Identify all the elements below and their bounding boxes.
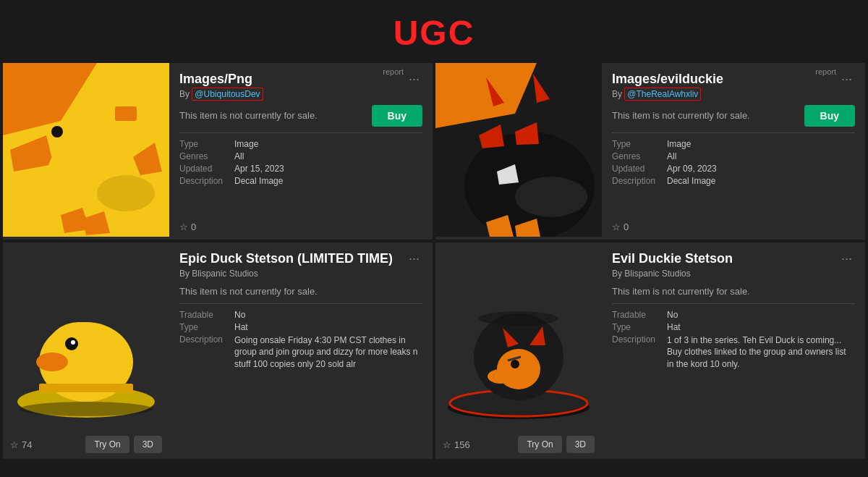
card-4-tryon-button[interactable]: Try On — [518, 436, 561, 453]
card-3-content: Epic Duck Stetson (LIMITED TIME) ··· By … — [169, 242, 433, 459]
card-grid: report Images/Png ··· By @UbiquitousDev … — [0, 63, 868, 462]
star-icon-2: ☆ — [612, 221, 621, 232]
meta-label-type-4: Type — [612, 322, 655, 332]
meta-value-tradable-4: No — [667, 310, 855, 320]
card-3-sale-status: This item is not currently for sale. — [179, 286, 318, 297]
card-1-meta: Type Image Genres All Updated Apr 15, 20… — [179, 139, 422, 186]
meta-label-updated-2: Updated — [612, 164, 655, 174]
svg-point-36 — [488, 369, 514, 384]
card-epic-duck-stetson: ☆ 74 Try On 3D Epic Duck Stetson (LIMITE… — [3, 242, 433, 459]
card-4-image: ☆ 156 Try On 3D — [435, 242, 602, 459]
card-1-menu[interactable]: ··· — [406, 72, 422, 87]
card-1-sale-status: This item is not currently for sale. — [179, 110, 318, 121]
svg-rect-28 — [39, 384, 133, 392]
card-1-title: Images/Png — [179, 72, 252, 88]
report-link-2[interactable]: report — [815, 67, 836, 76]
card-4-title: Evil Duckie Stetson — [612, 251, 733, 267]
card-4-stars[interactable]: ☆ 156 — [443, 439, 470, 450]
card-2-author-name[interactable]: @TheRealAwhxliv — [624, 88, 701, 101]
meta-value-type-4: Hat — [667, 322, 855, 332]
meta-value-desc-1: Decal Image — [234, 176, 422, 186]
star-count-2: 0 — [624, 221, 629, 232]
meta-label-updated-1: Updated — [179, 164, 223, 174]
card-4-content: Evil Duckie Stetson ··· By Blispanic Stu… — [602, 242, 865, 459]
card-1-footer: ☆ 0 — [179, 217, 422, 232]
meta-value-genres-1: All — [234, 151, 422, 161]
card-4-menu[interactable]: ··· — [838, 251, 855, 266]
card-4-header: Evil Duckie Stetson ··· — [612, 251, 855, 267]
card-4-3d-button[interactable]: 3D — [566, 436, 595, 453]
card-3-stars[interactable]: ☆ 74 — [10, 439, 32, 450]
page-title: UGC — [0, 0, 868, 63]
meta-value-updated-1: Apr 15, 2023 — [234, 164, 422, 174]
star-icon-1: ☆ — [179, 221, 188, 232]
svg-rect-7 — [115, 106, 137, 121]
meta-value-desc-3: Going onsale Friday 4:30 PM CST clothes … — [234, 334, 422, 371]
card-1-stars[interactable]: ☆ 0 — [179, 221, 196, 232]
card-4-author-name: Blispanic Studios — [624, 269, 690, 279]
card-3-title: Epic Duck Stetson (LIMITED TIME) — [179, 251, 393, 267]
svg-point-29 — [20, 402, 153, 416]
svg-point-6 — [51, 126, 63, 138]
card-2-author: By @TheRealAwhxliv — [612, 89, 855, 99]
meta-value-type-2: Image — [667, 139, 855, 149]
card-3-tryon-button[interactable]: Try On — [85, 436, 129, 453]
card-4-action-btns: Try On 3D — [518, 436, 595, 453]
meta-label-tradable-4: Tradable — [612, 310, 655, 320]
meta-label-desc-2: Description — [612, 176, 655, 186]
card-2-content: report Images/evilduckie ··· By @TheReal… — [602, 63, 865, 240]
meta-label-type-3: Type — [179, 322, 223, 332]
meta-label-desc-1: Description — [179, 176, 223, 186]
meta-value-desc-4: 1 of 3 in the series. Teh Evil Duck is c… — [667, 334, 855, 371]
card-2-buy-button[interactable]: Buy — [804, 105, 855, 127]
card-4-footer: ☆ 156 Try On 3D — [435, 430, 602, 459]
svg-point-20 — [515, 177, 587, 217]
card-3-image: ☆ 74 Try On 3D — [3, 242, 169, 459]
card-3-menu[interactable]: ··· — [406, 251, 422, 266]
card-1-buy-button[interactable]: Buy — [372, 105, 422, 127]
card-3-author: By Blispanic Studios — [179, 269, 422, 279]
star-count-1: 0 — [191, 221, 196, 232]
card-4-sale-status: This item is not currently for sale. — [612, 286, 750, 297]
meta-label-desc-4: Description — [612, 334, 655, 371]
card-3-author-name: Blispanic Studios — [192, 269, 258, 279]
card-2-menu[interactable]: ··· — [838, 72, 855, 87]
star-icon-3: ☆ — [10, 439, 19, 450]
card-1-author-name[interactable]: @UbiquitousDev — [192, 88, 263, 101]
meta-label-type-1: Type — [179, 139, 223, 149]
card-evilduckie: report Images/evilduckie ··· By @TheReal… — [435, 63, 865, 240]
card-3-footer: ☆ 74 Try On 3D — [3, 430, 169, 459]
card-2-image — [435, 63, 602, 240]
card-2-sale-row: This item is not currently for sale. Buy — [612, 105, 855, 133]
svg-point-9 — [97, 175, 155, 211]
meta-value-updated-2: Apr 09, 2023 — [667, 164, 855, 174]
star-count-4: 156 — [454, 439, 470, 450]
meta-label-genres-2: Genres — [612, 151, 655, 161]
svg-point-24 — [46, 322, 111, 380]
card-4-meta: Tradable No Type Hat Description 1 of 3 … — [612, 310, 855, 371]
card-3-3d-button[interactable]: 3D — [134, 436, 162, 453]
report-link-1[interactable]: report — [383, 67, 404, 76]
card-2-footer: ☆ 0 — [612, 217, 855, 232]
meta-label-desc-3: Description — [179, 334, 223, 371]
card-images-png: report Images/Png ··· By @UbiquitousDev … — [3, 63, 433, 240]
card-1-sale-row: This item is not currently for sale. Buy — [179, 105, 422, 133]
svg-point-25 — [36, 353, 68, 371]
meta-value-type-1: Image — [234, 139, 422, 149]
card-evil-duckie-stetson: ☆ 156 Try On 3D Evil Duckie Stetson ··· … — [435, 242, 865, 459]
star-icon-4: ☆ — [443, 439, 451, 450]
meta-value-genres-2: All — [667, 151, 855, 161]
meta-value-tradable-3: No — [234, 310, 422, 320]
meta-label-tradable-3: Tradable — [179, 310, 223, 320]
svg-point-37 — [511, 360, 519, 368]
card-4-author: By Blispanic Studios — [612, 269, 855, 279]
card-2-stars[interactable]: ☆ 0 — [612, 221, 629, 232]
card-2-title: Images/evilduckie — [612, 72, 723, 88]
meta-value-type-3: Hat — [234, 322, 422, 332]
svg-point-41 — [479, 311, 558, 326]
card-2-sale-status: This item is not currently for sale. — [612, 110, 750, 121]
card-1-content: report Images/Png ··· By @UbiquitousDev … — [169, 63, 433, 240]
svg-point-27 — [71, 340, 75, 345]
star-count-3: 74 — [22, 439, 32, 450]
card-1-image — [3, 63, 169, 240]
